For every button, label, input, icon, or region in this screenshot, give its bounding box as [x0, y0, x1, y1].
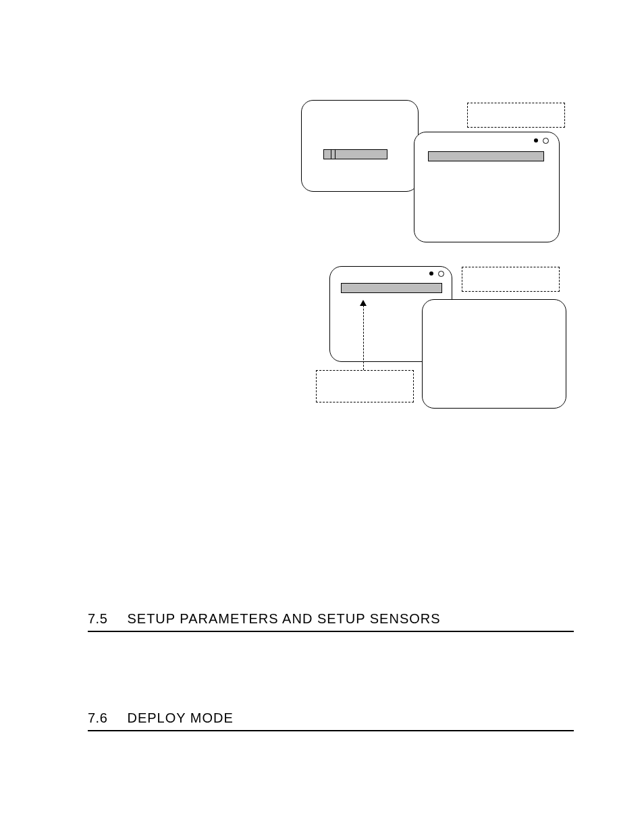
diagram-panel-front-top — [414, 132, 560, 242]
section-number: 7.5 — [88, 611, 124, 627]
diagram-led-filled-bottom — [429, 271, 433, 276]
diagram-led-filled-top — [534, 138, 538, 142]
page: 7.5 SETUP PARAMETERS AND SETUP SENSORS 7… — [0, 0, 644, 834]
section-heading-7-5: 7.5 SETUP PARAMETERS AND SETUP SENSORS — [88, 611, 574, 632]
diagram-led-open-bottom — [438, 271, 444, 277]
diagram-panel-back-top — [301, 100, 419, 192]
diagram-connector-line — [363, 305, 364, 370]
diagram-led-open-top — [543, 138, 549, 144]
diagram-callout-right-bottom — [462, 267, 560, 292]
diagram-connector-arrowhead — [360, 300, 367, 306]
diagram-bar-back-top — [323, 149, 387, 159]
diagram-panel-front-bottom — [422, 299, 566, 409]
section-number: 7.6 — [88, 710, 124, 726]
diagram-callout-top — [467, 103, 565, 128]
section-title: SETUP PARAMETERS AND SETUP SENSORS — [127, 611, 440, 627]
diagram-bar-front-top — [428, 151, 544, 161]
section-heading-7-6: 7.6 DEPLOY MODE — [88, 710, 574, 731]
section-title: DEPLOY MODE — [127, 710, 233, 726]
diagram-bar-back-bottom — [341, 283, 442, 293]
diagram-callout-below — [316, 370, 414, 402]
